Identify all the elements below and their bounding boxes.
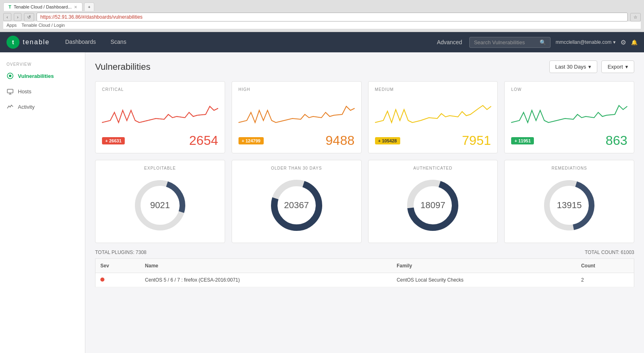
metric-card-medium: MEDIUM + 105428 7951 [368, 81, 498, 153]
authenticated-donut: 18097 [404, 177, 461, 234]
low-badge: + 11951 [511, 137, 534, 144]
vulnerabilities-icon [7, 72, 14, 80]
svg-rect-2 [7, 89, 13, 93]
donut-card-exploitable: EXPLOITABLE 9021 [95, 160, 225, 243]
metric-card-high: HIGH + 124799 9488 [232, 81, 362, 153]
metric-card-critical: CRITICAL + 26631 2654 [95, 81, 225, 153]
export-label: Export [607, 64, 623, 70]
browser-navigation: ‹ › ↺ ☆ [3, 13, 641, 22]
nav-user-chevron-icon: ▾ [613, 39, 616, 45]
medium-badge: + 105428 [375, 137, 400, 144]
donut-card-authenticated: AUTHENTICATED 18097 [368, 160, 498, 243]
page-title: Vulnerabilities [95, 62, 150, 72]
browser-chrome: T Tenable Cloud / Dashboard... ✕ + ‹ › ↺… [0, 0, 644, 32]
tab-title: Tenable Cloud / Dashboard... [14, 4, 72, 9]
critical-badge: + 26631 [102, 137, 125, 144]
col-header-count: Count [576, 259, 634, 273]
low-label: LOW [511, 87, 627, 92]
search-icon: 🔍 [540, 39, 546, 45]
sidebar-item-hosts-label: Hosts [18, 88, 31, 95]
col-header-name: Name [140, 259, 392, 273]
table-header-row: Sev Name Family Count [95, 259, 634, 273]
reload-button[interactable]: ↺ [24, 13, 34, 22]
critical-label: CRITICAL [102, 87, 218, 92]
nav-username: mmcclellan@tenable.com [555, 39, 611, 45]
row-sev [95, 273, 140, 287]
nav-notifications-icon[interactable]: 🔔 [631, 39, 637, 45]
critical-value: 2654 [189, 133, 218, 148]
app-logo: t tenable [7, 36, 50, 49]
row-family: CentOS Local Security Checks [392, 273, 576, 287]
donut-metrics-row: EXPLOITABLE 9021 OLDER THAN 30 DAYS [95, 160, 634, 243]
older-donut: 20367 [268, 177, 325, 234]
app-navigation: t tenable Dashboards Scans Advanced 🔍 mm… [0, 32, 644, 52]
search-input[interactable] [474, 39, 537, 45]
medium-footer: + 105428 7951 [375, 133, 491, 148]
nav-item-dashboards[interactable]: Dashboards [58, 32, 104, 52]
header-actions: Last 30 Days ▾ Export ▾ [549, 60, 634, 73]
content-header: Vulnerabilities Last 30 Days ▾ Export ▾ [95, 60, 634, 73]
address-bar[interactable] [37, 13, 628, 22]
main-layout: OVERVIEW Vulnerabilities Hosts Activity … [0, 52, 644, 353]
date-filter-dropdown[interactable]: Last 30 Days ▾ [549, 60, 598, 73]
bookmark-star[interactable]: ☆ [630, 13, 641, 22]
high-footer: + 124799 9488 [239, 133, 355, 148]
nav-items: Dashboards Scans [58, 32, 134, 52]
donut-card-remediations: REMEDIATIONS 13915 [504, 160, 634, 243]
high-label: HIGH [239, 87, 355, 92]
nav-item-advanced[interactable]: Advanced [429, 39, 469, 45]
logo-text: tenable [23, 39, 50, 46]
row-count: 2 [576, 273, 634, 287]
col-header-family: Family [392, 259, 576, 273]
older-value: 20367 [284, 200, 309, 211]
table-total-count: TOTAL COUNT: 61003 [585, 250, 634, 255]
tab-favicon: T [9, 4, 11, 9]
activity-icon [7, 103, 14, 110]
donut-card-older: OLDER THAN 30 DAYS 20367 [232, 160, 362, 243]
tab-close-icon[interactable]: ✕ [74, 5, 77, 9]
authenticated-value: 18097 [421, 200, 445, 211]
sidebar-item-vulnerabilities[interactable]: Vulnerabilities [0, 68, 85, 84]
bookmarks-bar: Apps Tenable Cloud / Login [3, 22, 641, 29]
remediations-donut: 13915 [541, 177, 598, 234]
export-button[interactable]: Export ▾ [601, 60, 634, 73]
sidebar-item-hosts[interactable]: Hosts [0, 84, 85, 99]
logo-icon: t [7, 36, 20, 49]
main-content: Vulnerabilities Last 30 Days ▾ Export ▾ … [85, 52, 644, 353]
remediations-label: REMEDIATIONS [551, 166, 587, 170]
table-row[interactable]: CentOS 5 / 6 / 7 : firefox (CESA-2016:00… [95, 273, 634, 287]
active-tab[interactable]: T Tenable Cloud / Dashboard... ✕ [3, 2, 82, 11]
authenticated-label: AUTHENTICATED [413, 166, 452, 170]
high-value: 9488 [325, 133, 354, 148]
medium-chart [375, 94, 491, 131]
sidebar-item-activity[interactable]: Activity [0, 99, 85, 114]
date-filter-label: Last 30 Days [555, 64, 586, 70]
table-plugins-count: TOTAL PLUGINS: 7308 [95, 250, 147, 255]
export-chevron-icon: ▾ [625, 64, 628, 70]
row-name: CentOS 5 / 6 / 7 : firefox (CESA-2016:00… [140, 273, 392, 287]
low-footer: + 11951 863 [511, 133, 627, 148]
sidebar: OVERVIEW Vulnerabilities Hosts Activity [0, 52, 85, 353]
back-button[interactable]: ‹ [3, 13, 11, 21]
new-tab-button[interactable]: + [84, 2, 94, 11]
nav-item-scans[interactable]: Scans [103, 32, 134, 52]
vulnerabilities-table: Sev Name Family Count CentOS 5 / 6 / 7 :… [95, 258, 634, 287]
exploitable-value: 9021 [150, 200, 170, 211]
sidebar-item-vulnerabilities-label: Vulnerabilities [18, 73, 54, 79]
older-label: OLDER THAN 30 DAYS [271, 166, 322, 170]
sidebar-item-activity-label: Activity [18, 104, 35, 110]
severity-metrics-row: CRITICAL + 26631 2654 HIGH [95, 81, 634, 153]
bookmark-tenable[interactable]: Tenable Cloud / Login [22, 23, 65, 28]
bookmark-apps[interactable]: Apps [7, 23, 17, 28]
nav-right-section: mmcclellan@tenable.com ▾ ⚙ 🔔 [555, 39, 637, 46]
exploitable-label: EXPLOITABLE [144, 166, 176, 170]
metric-card-low: LOW + 11951 863 [504, 81, 634, 153]
search-bar-container: 🔍 [469, 37, 551, 48]
nav-settings-icon[interactable]: ⚙ [620, 39, 626, 46]
forward-button[interactable]: › [14, 13, 22, 21]
col-header-sev: Sev [95, 259, 140, 273]
critical-footer: + 26631 2654 [102, 133, 218, 148]
browser-tabs: T Tenable Cloud / Dashboard... ✕ + [3, 2, 641, 11]
nav-user-menu[interactable]: mmcclellan@tenable.com ▾ [555, 39, 616, 45]
date-filter-chevron-icon: ▾ [588, 64, 591, 70]
